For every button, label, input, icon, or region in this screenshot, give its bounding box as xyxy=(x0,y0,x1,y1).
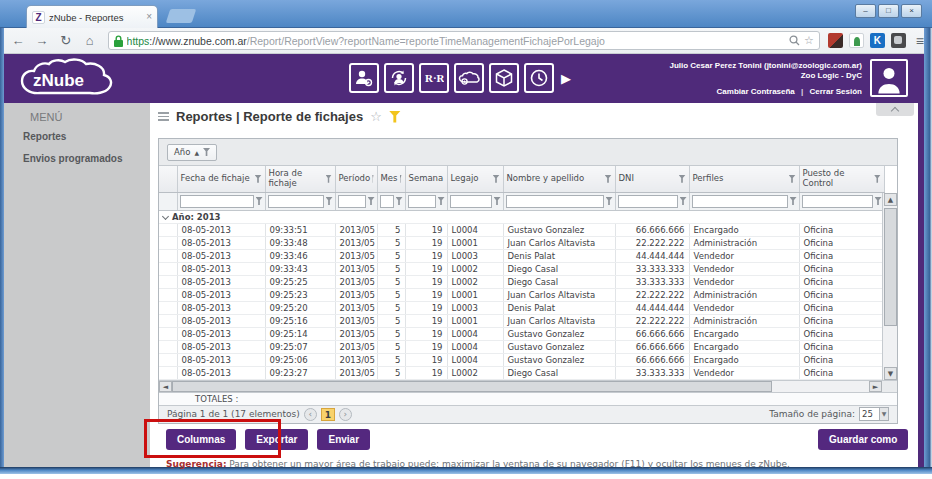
table-row[interactable]: 08-05-201309:25:142013/05519L0004Gustavo… xyxy=(159,327,884,340)
filter-menu-icon[interactable] xyxy=(790,197,797,205)
filter-menu-icon[interactable] xyxy=(396,197,403,205)
filter-input[interactable] xyxy=(506,195,604,208)
forward-icon[interactable]: → xyxy=(32,33,52,48)
prev-page-button[interactable]: ‹ xyxy=(304,408,317,421)
scroll-up-icon[interactable]: ▲ xyxy=(884,193,897,206)
column-header-mes[interactable]: Mes xyxy=(377,166,405,192)
table-row[interactable]: 08-05-201309:25:162013/05519L0001Juan Ca… xyxy=(159,314,884,327)
filter-menu-icon[interactable] xyxy=(256,197,263,205)
table-row[interactable]: 08-05-201309:25:202013/05519L0003Denis P… xyxy=(159,301,884,314)
column-header-legajo[interactable]: Legajo xyxy=(447,166,503,192)
table-row[interactable]: 08-05-201309:23:272013/05519L0002Diego C… xyxy=(159,366,884,379)
filter-input[interactable] xyxy=(408,195,436,208)
home-icon[interactable]: ⌂ xyxy=(80,33,100,48)
filter-funnel-icon[interactable] xyxy=(389,111,401,123)
browser-tab[interactable]: Z zNube - Reportes × xyxy=(26,5,158,28)
group-chip-anio[interactable]: Año ▲ xyxy=(167,144,217,161)
filter-input[interactable] xyxy=(338,195,366,208)
column-header-hora-de-fichaje[interactable]: Hora de fichaje xyxy=(265,166,335,192)
horizontal-scrollbar[interactable]: ◄ ► xyxy=(159,380,897,392)
reload-icon[interactable]: ↻ xyxy=(56,33,76,48)
filter-menu-icon[interactable] xyxy=(606,197,613,205)
clock-icon[interactable] xyxy=(524,63,554,93)
column-filter-icon[interactable] xyxy=(255,175,262,183)
user-sync-icon[interactable] xyxy=(384,63,414,93)
column-filter-icon[interactable] xyxy=(789,175,796,183)
table-row[interactable]: 08-05-201309:25:072013/05519L0004Gustavo… xyxy=(159,340,884,353)
filter-menu-icon[interactable] xyxy=(494,197,501,205)
column-filter-icon[interactable] xyxy=(605,175,612,183)
column-header-fecha-de-fichaje[interactable]: Fecha de fichaje xyxy=(177,166,265,192)
filter-menu-icon[interactable] xyxy=(875,197,882,205)
scroll-right-icon[interactable]: ► xyxy=(869,381,882,392)
column-header-per-odo[interactable]: Período xyxy=(335,166,377,192)
column-filter-icon[interactable] xyxy=(326,175,332,183)
favorite-star-icon[interactable]: ☆ xyxy=(370,109,382,124)
column-filter-icon[interactable] xyxy=(874,175,880,183)
filter-menu-icon[interactable] xyxy=(368,197,375,205)
znube-logo[interactable]: zNube xyxy=(16,58,116,104)
table-row[interactable]: 08-05-201309:25:232013/05519L0001Juan Ca… xyxy=(159,288,884,301)
zoom-icon[interactable] xyxy=(789,35,800,46)
collapse-header-button[interactable] xyxy=(876,103,914,116)
chrome-menu-icon[interactable]: ≡ xyxy=(916,33,924,49)
table-row[interactable]: 08-05-201309:33:432013/05519L0002Diego C… xyxy=(159,262,884,275)
extension-icon-4[interactable] xyxy=(891,33,906,48)
scroll-left-icon[interactable]: ◄ xyxy=(159,381,172,392)
column-filter-icon[interactable] xyxy=(493,175,500,183)
enviar-button[interactable]: Enviar xyxy=(317,429,370,450)
collapse-group-icon[interactable] xyxy=(162,212,169,219)
column-header-perfiles[interactable]: Perfiles xyxy=(689,166,799,192)
column-filter-icon[interactable] xyxy=(203,148,210,156)
table-row[interactable]: 08-05-201309:33:462013/05519L0003Denis P… xyxy=(159,249,884,262)
menu-toggle-icon[interactable] xyxy=(158,112,169,121)
minimize-button[interactable]: – xyxy=(855,4,876,18)
user-settings-icon[interactable] xyxy=(349,63,379,93)
horizontal-scroll-thumb[interactable] xyxy=(172,381,772,392)
table-row[interactable]: 08-05-201309:33:482013/05519L0001Juan Ca… xyxy=(159,236,884,249)
column-filter-icon[interactable] xyxy=(372,175,373,183)
column-header-nombre-y-apellido[interactable]: Nombre y apellido xyxy=(503,166,615,192)
cloud-settings-icon[interactable] xyxy=(454,63,484,93)
extension-icon-2[interactable] xyxy=(849,33,864,48)
column-filter-icon[interactable] xyxy=(400,175,402,183)
new-tab-button[interactable] xyxy=(166,9,197,23)
chevron-right-icon[interactable]: ▶ xyxy=(561,71,571,86)
vertical-scroll-thumb[interactable] xyxy=(884,208,897,326)
back-icon[interactable]: ← xyxy=(8,33,28,48)
cube-icon[interactable] xyxy=(489,63,519,93)
group-row[interactable]: Año: 2013 xyxy=(159,210,884,223)
filter-input[interactable] xyxy=(180,195,254,208)
filter-input[interactable] xyxy=(380,195,394,208)
extension-icon-1[interactable] xyxy=(828,33,843,48)
filter-input[interactable] xyxy=(618,195,678,208)
avatar[interactable] xyxy=(870,59,908,97)
filter-input[interactable] xyxy=(450,195,492,208)
rrhh-icon[interactable]: R·R xyxy=(419,63,449,93)
column-header-semana[interactable]: Semana xyxy=(405,166,447,192)
logout-link[interactable]: Cerrar Sesión xyxy=(810,87,862,96)
filter-input[interactable] xyxy=(802,195,873,208)
change-password-link[interactable]: Cambiar Contraseña xyxy=(717,87,795,96)
page-number-button[interactable]: 1 xyxy=(321,408,335,421)
url-bar[interactable]: https://www.znube.com.ar/Report/ReportVi… xyxy=(108,31,820,50)
bookmark-star-icon[interactable]: ☆ xyxy=(804,34,814,47)
tab-close-icon[interactable]: × xyxy=(146,12,152,22)
vertical-scrollbar[interactable]: ▲ ▼ xyxy=(882,193,897,380)
table-row[interactable]: 08-05-201309:33:512013/05519L0004Gustavo… xyxy=(159,223,884,236)
filter-input[interactable] xyxy=(692,195,788,208)
sidebar-item-reportes[interactable]: Reportes xyxy=(23,131,66,142)
extension-icon-k[interactable]: K xyxy=(870,33,885,48)
maximize-button[interactable]: □ xyxy=(878,4,899,18)
table-row[interactable]: 08-05-201309:25:252013/05519L0002Diego C… xyxy=(159,275,884,288)
filter-input[interactable] xyxy=(268,195,324,208)
scroll-down-icon[interactable]: ▼ xyxy=(884,367,897,380)
sidebar-item-envios-programados[interactable]: Envios programados xyxy=(23,153,122,164)
column-filter-icon[interactable] xyxy=(679,175,686,183)
table-row[interactable]: 08-05-201309:25:062013/05519L0004Gustavo… xyxy=(159,353,884,366)
filter-menu-icon[interactable] xyxy=(438,197,445,205)
column-header-puesto-de-control[interactable]: Puesto de Control xyxy=(799,166,884,192)
guardar-como-button[interactable]: Guardar como xyxy=(818,429,908,450)
filter-menu-icon[interactable] xyxy=(326,197,333,205)
next-page-button[interactable]: › xyxy=(339,408,352,421)
